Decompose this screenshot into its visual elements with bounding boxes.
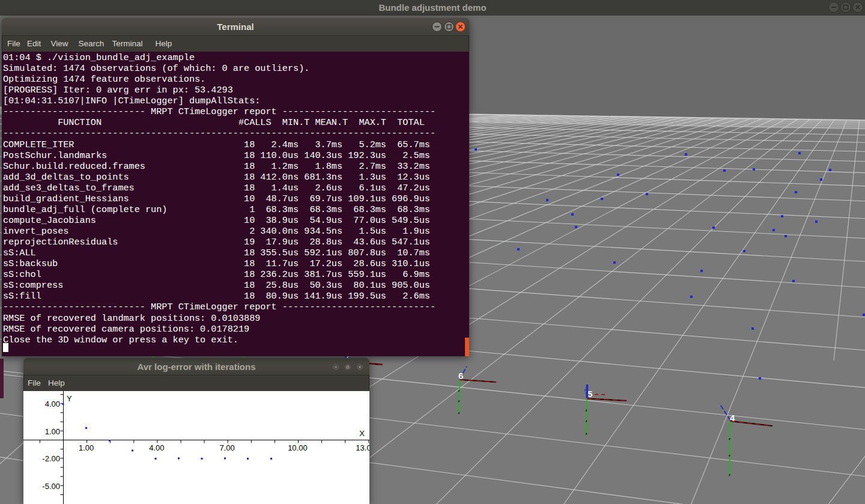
svg-text:4.00: 4.00	[149, 443, 164, 452]
svg-text:-5.00: -5.00	[42, 482, 60, 491]
svg-text:1.00: 1.00	[79, 443, 94, 452]
svg-text:13.0: 13.0	[356, 443, 369, 452]
svg-text:X: X	[359, 429, 365, 438]
svg-text:10.00: 10.00	[288, 443, 308, 452]
svg-text:-2.00: -2.00	[42, 454, 60, 463]
svg-text:5: 5	[587, 389, 592, 399]
svg-text:Y: Y	[67, 394, 72, 403]
svg-text:4: 4	[730, 413, 735, 423]
svg-text:4.00: 4.00	[45, 399, 60, 408]
svg-text:7.00: 7.00	[219, 443, 234, 452]
svg-text:6: 6	[458, 371, 463, 381]
svg-text:1.00: 1.00	[45, 427, 60, 436]
